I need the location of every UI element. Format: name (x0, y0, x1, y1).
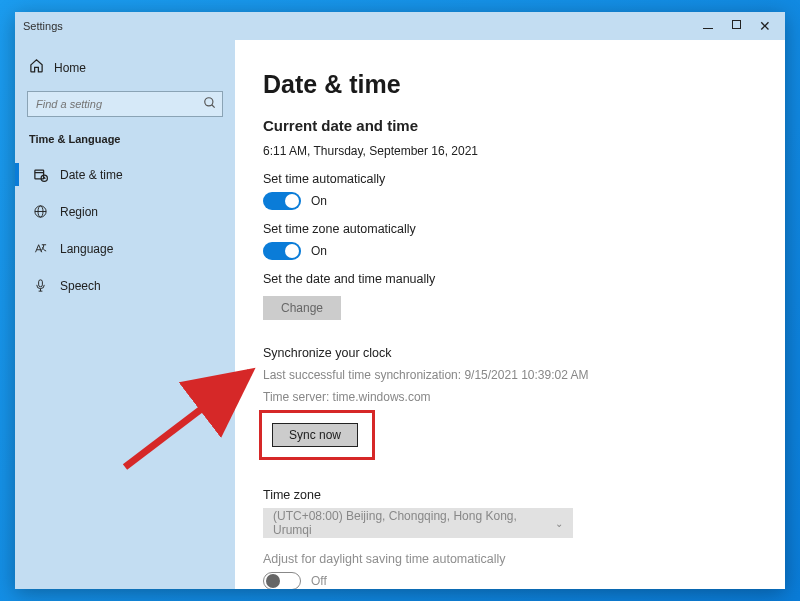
manual-label: Set the date and time manually (263, 272, 757, 286)
category-label: Time & Language (23, 133, 227, 159)
auto-time-toggle-row: On (263, 192, 757, 210)
tz-value: (UTC+08:00) Beijing, Chongqing, Hong Kon… (273, 509, 555, 537)
auto-tz-label: Set time zone automatically (263, 222, 757, 236)
sidebar-item-label: Date & time (60, 168, 123, 182)
home-nav[interactable]: Home (23, 52, 227, 91)
maximize-button[interactable] (732, 20, 741, 29)
chevron-down-icon: ⌄ (555, 518, 563, 529)
settings-window: Settings ✕ Home Time & Language (15, 12, 785, 589)
search-icon (203, 96, 217, 114)
sidebar-item-date-time[interactable]: Date & time (23, 159, 227, 190)
home-icon (29, 58, 44, 77)
close-button[interactable]: ✕ (759, 20, 771, 32)
current-datetime: 6:11 AM, Thursday, September 16, 2021 (263, 144, 757, 158)
sidebar-item-language[interactable]: Language (23, 233, 227, 264)
home-label: Home (54, 61, 86, 75)
auto-tz-toggle-row: On (263, 242, 757, 260)
minimize-button[interactable] (702, 20, 714, 32)
sidebar: Home Time & Language Date & time Reg (15, 40, 235, 589)
tz-dropdown: (UTC+08:00) Beijing, Chongqing, Hong Kon… (263, 508, 573, 538)
search-input[interactable] (27, 91, 223, 117)
sidebar-item-label: Speech (60, 279, 101, 293)
sync-last: Last successful time synchronization: 9/… (263, 366, 757, 384)
auto-tz-toggle[interactable] (263, 242, 301, 260)
sync-heading: Synchronize your clock (263, 346, 757, 360)
auto-time-toggle[interactable] (263, 192, 301, 210)
dst-label: Adjust for daylight saving time automati… (263, 552, 757, 566)
page-title: Date & time (263, 70, 757, 99)
sidebar-item-speech[interactable]: Speech (23, 270, 227, 301)
svg-rect-2 (35, 170, 44, 179)
calendar-clock-icon (33, 167, 48, 182)
body: Home Time & Language Date & time Reg (15, 40, 785, 589)
svg-line-1 (212, 105, 215, 108)
window-controls: ✕ (702, 20, 777, 32)
dst-state: Off (311, 574, 327, 588)
svg-point-0 (205, 98, 213, 106)
sync-now-button[interactable]: Sync now (272, 423, 358, 447)
sidebar-item-label: Region (60, 205, 98, 219)
titlebar: Settings ✕ (15, 12, 785, 40)
globe-icon (33, 204, 48, 219)
svg-rect-10 (39, 280, 43, 287)
window-title: Settings (23, 20, 63, 32)
auto-time-label: Set time automatically (263, 172, 757, 186)
dst-toggle (263, 572, 301, 589)
content: Date & time Current date and time 6:11 A… (235, 40, 785, 589)
sidebar-item-region[interactable]: Region (23, 196, 227, 227)
sync-highlight-box: Sync now (259, 410, 375, 460)
change-button: Change (263, 296, 341, 320)
microphone-icon (33, 278, 48, 293)
language-icon (33, 241, 48, 256)
search-wrap (27, 91, 223, 117)
current-heading: Current date and time (263, 117, 757, 134)
auto-tz-state: On (311, 244, 327, 258)
auto-time-state: On (311, 194, 327, 208)
sidebar-item-label: Language (60, 242, 113, 256)
tz-label: Time zone (263, 488, 757, 502)
sync-server: Time server: time.windows.com (263, 388, 757, 406)
dst-toggle-row: Off (263, 572, 757, 589)
